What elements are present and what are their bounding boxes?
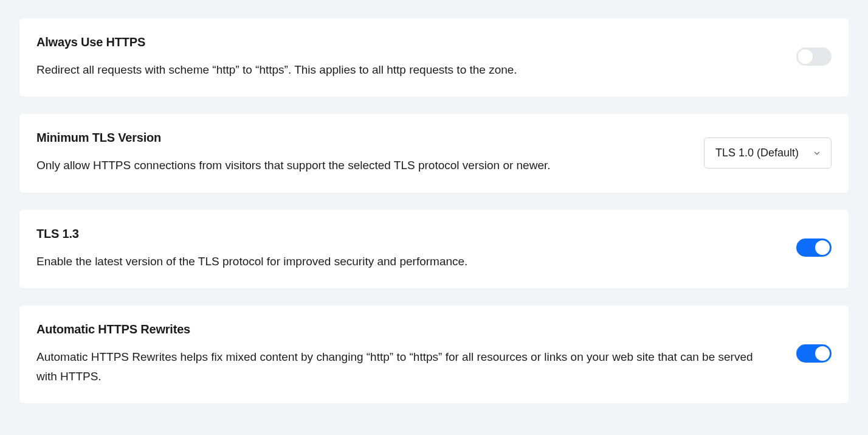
select-value: TLS 1.0 (Default) (715, 147, 799, 159)
card-title: Always Use HTTPS (36, 35, 772, 49)
card-always-use-https: Always Use HTTPS Redirect all requests w… (19, 18, 849, 97)
card-title: Minimum TLS Version (36, 131, 680, 145)
card-text: Always Use HTTPS Redirect all requests w… (36, 35, 796, 80)
card-title: Automatic HTTPS Rewrites (36, 322, 772, 336)
card-text: Minimum TLS Version Only allow HTTPS con… (36, 131, 704, 175)
toggle-knob (815, 240, 830, 255)
tls-1-3-toggle[interactable] (796, 238, 832, 257)
card-automatic-https-rewrites: Automatic HTTPS Rewrites Automatic HTTPS… (19, 305, 849, 404)
card-text: TLS 1.3 Enable the latest version of the… (36, 227, 796, 271)
settings-container: Always Use HTTPS Redirect all requests w… (0, 0, 868, 435)
card-control: TLS 1.0 (Default) (704, 137, 832, 169)
card-control (796, 47, 832, 68)
card-description: Automatic HTTPS Rewrites helps fix mixed… (36, 347, 772, 387)
card-description: Enable the latest version of the TLS pro… (36, 252, 772, 271)
toggle-knob (798, 49, 813, 64)
card-control (796, 344, 832, 365)
toggle-knob (815, 346, 830, 361)
always-use-https-toggle[interactable] (796, 47, 832, 66)
card-tls-1-3: TLS 1.3 Enable the latest version of the… (19, 210, 849, 288)
card-text: Automatic HTTPS Rewrites Automatic HTTPS… (36, 322, 796, 387)
card-control (796, 238, 832, 259)
card-title: TLS 1.3 (36, 227, 772, 241)
card-description: Only allow HTTPS connections from visito… (36, 156, 680, 175)
chevron-down-icon (813, 149, 821, 158)
card-minimum-tls-version: Minimum TLS Version Only allow HTTPS con… (19, 114, 849, 192)
automatic-https-rewrites-toggle[interactable] (796, 344, 832, 363)
minimum-tls-version-select[interactable]: TLS 1.0 (Default) (704, 137, 832, 169)
card-description: Redirect all requests with scheme “http”… (36, 60, 772, 80)
